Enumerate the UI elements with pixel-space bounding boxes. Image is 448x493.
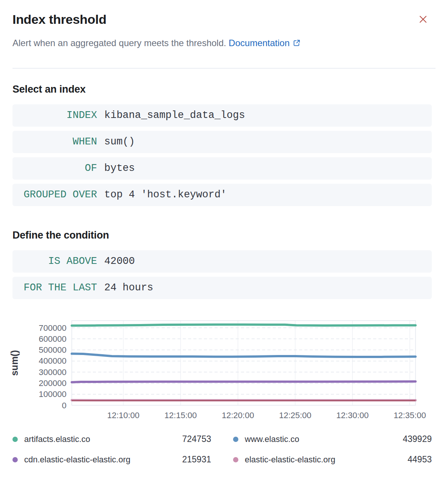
divider — [12, 68, 436, 68]
svg-text:400000: 400000 — [39, 356, 66, 366]
svg-text:12:15:00: 12:15:00 — [164, 411, 197, 420]
expression-value: 42000 — [104, 256, 135, 267]
legend-item: cdn.elastic-elastic-elastic.org 215931 — [12, 455, 211, 465]
external-link-icon — [293, 39, 301, 47]
flyout-header: Index threshold Alert when an aggregated… — [0, 0, 448, 49]
legend-value: 724753 — [173, 434, 211, 444]
expression-value: top 4 'host.keyword' — [104, 189, 227, 200]
documentation-link-label: Documentation — [229, 38, 289, 48]
legend-dot-icon — [233, 457, 238, 462]
subtitle-text: Alert when an aggregated query meets the… — [12, 38, 226, 48]
legend-item: www.elastic.co 439929 — [233, 434, 432, 444]
flyout-subtitle: Alert when an aggregated query meets the… — [12, 37, 432, 49]
legend-label: www.elastic.co — [245, 434, 394, 444]
select-index-section: Select an index INDEX kibana_sample_data… — [0, 84, 448, 206]
legend-item: elastic-elastic-elastic.org 44953 — [233, 455, 432, 465]
expression-keyword: IS ABOVE — [12, 256, 97, 267]
svg-text:700000: 700000 — [39, 323, 66, 332]
expression-row-of[interactable]: OF bytes — [12, 157, 432, 180]
legend-value: 44953 — [394, 454, 432, 465]
legend-dot-icon — [12, 437, 18, 442]
page-title: Index threshold — [12, 11, 432, 28]
expression-value: kibana_sample_data_logs — [104, 110, 245, 121]
expression-value: sum() — [104, 136, 135, 147]
legend-dot-icon — [233, 437, 238, 442]
legend-item: artifacts.elastic.co 724753 — [12, 434, 211, 444]
expression-keyword: WHEN — [12, 136, 97, 147]
expression-row-for-the-last[interactable]: FOR THE LAST 24 hours — [12, 277, 432, 299]
svg-text:12:30:00: 12:30:00 — [336, 411, 369, 420]
legend-value: 215931 — [173, 454, 211, 465]
close-icon — [419, 15, 428, 24]
condition-heading: Define the condition — [12, 229, 432, 241]
index-threshold-flyout: Index threshold Alert when an aggregated… — [0, 0, 448, 493]
svg-text:0: 0 — [62, 400, 66, 410]
svg-text:500000: 500000 — [39, 345, 66, 355]
legend-value: 439929 — [394, 434, 432, 444]
expression-keyword: GROUPED OVER — [12, 189, 97, 200]
legend-label: elastic-elastic-elastic.org — [245, 455, 394, 465]
expression-value: bytes — [104, 163, 135, 174]
expression-keyword: INDEX — [12, 110, 97, 121]
chart-legend: artifacts.elastic.co 724753 www.elastic.… — [0, 434, 448, 465]
legend-label: artifacts.elastic.co — [24, 434, 173, 444]
legend-dot-icon — [12, 457, 18, 462]
expression-row-when[interactable]: WHEN sum() — [12, 131, 432, 153]
documentation-link[interactable]: Documentation — [229, 38, 300, 48]
svg-text:12:10:00: 12:10:00 — [107, 411, 140, 420]
chart-canvas: 0100000200000300000400000500000600000700… — [0, 315, 448, 425]
svg-text:12:25:00: 12:25:00 — [279, 411, 312, 420]
svg-text:12:20:00: 12:20:00 — [222, 411, 254, 420]
svg-text:sum(): sum() — [9, 350, 20, 375]
legend-label: cdn.elastic-elastic-elastic.org — [24, 455, 173, 465]
svg-text:600000: 600000 — [39, 334, 66, 343]
select-index-heading: Select an index — [12, 84, 432, 95]
svg-text:200000: 200000 — [39, 378, 66, 388]
svg-text:300000: 300000 — [39, 367, 66, 377]
expression-keyword: FOR THE LAST — [12, 282, 97, 293]
expression-row-index[interactable]: INDEX kibana_sample_data_logs — [12, 104, 432, 127]
expression-row-is-above[interactable]: IS ABOVE 42000 — [12, 250, 432, 273]
svg-text:100000: 100000 — [39, 389, 66, 399]
expression-keyword: OF — [12, 163, 97, 174]
threshold-preview-chart: 0100000200000300000400000500000600000700… — [0, 315, 448, 425]
close-button[interactable] — [417, 13, 429, 26]
expression-row-grouped-over[interactable]: GROUPED OVER top 4 'host.keyword' — [12, 184, 432, 206]
svg-text:12:35:00: 12:35:00 — [394, 411, 426, 420]
condition-section: Define the condition IS ABOVE 42000 FOR … — [0, 229, 448, 299]
expression-value: 24 hours — [104, 282, 153, 293]
